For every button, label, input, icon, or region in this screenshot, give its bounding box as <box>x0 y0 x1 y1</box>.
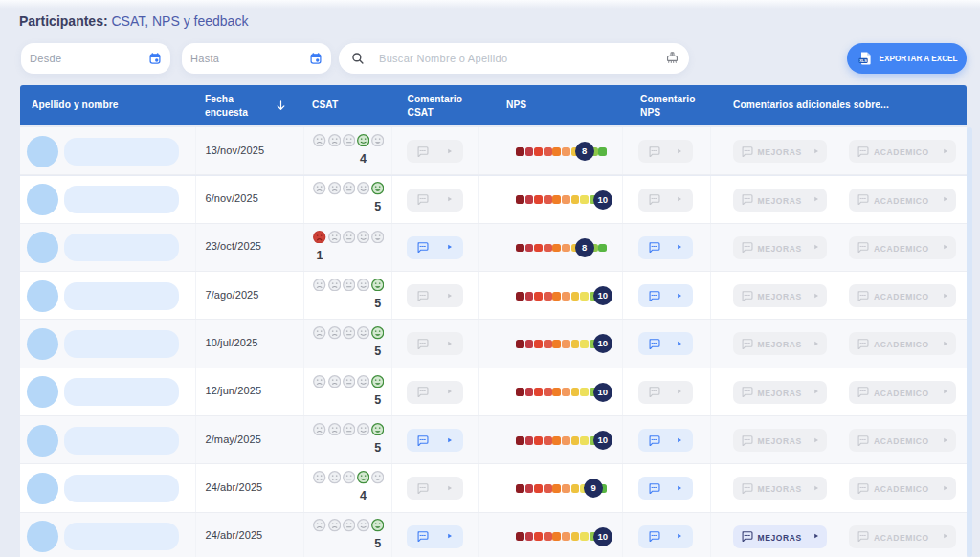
svg-text:XLS: XLS <box>859 58 867 63</box>
